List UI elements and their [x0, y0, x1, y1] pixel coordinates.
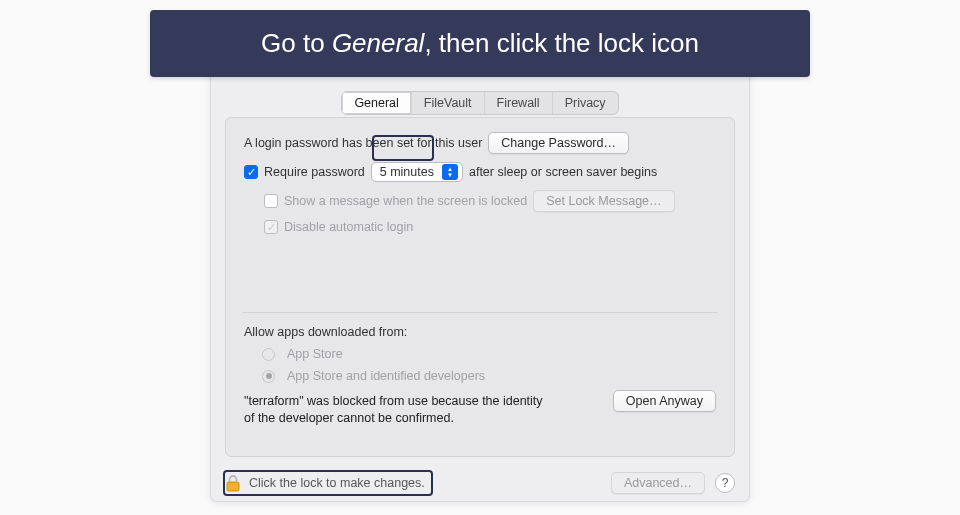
allow-option-identified: App Store and identified developers: [262, 369, 716, 383]
radio-identified: [262, 370, 275, 383]
allow-apps-title: Allow apps downloaded from:: [244, 325, 716, 339]
disable-auto-login-label: Disable automatic login: [284, 220, 413, 234]
lock-text: Click the lock to make changes.: [249, 476, 425, 490]
disable-auto-login-checkbox: ✓: [264, 220, 278, 234]
require-password-delay-value: 5 minutes: [380, 165, 434, 179]
require-password-label-post: after sleep or screen saver begins: [469, 165, 657, 179]
instruction-banner: Go to General, then click the lock icon: [150, 10, 810, 77]
tab-filevault[interactable]: FileVault: [412, 92, 485, 114]
require-password-checkbox[interactable]: ✓: [244, 165, 258, 179]
panel-divider: [242, 312, 718, 313]
lock-button[interactable]: Click the lock to make changes.: [225, 474, 425, 492]
change-password-button[interactable]: Change Password…: [488, 132, 629, 154]
require-password-row: ✓ Require password 5 minutes ▲▼ after sl…: [244, 162, 716, 182]
lock-message-checkbox: [264, 194, 278, 208]
login-password-text: A login password has been set for this u…: [244, 136, 482, 150]
tab-segmented-control: General FileVault Firewall Privacy: [341, 91, 618, 115]
lock-icon: [225, 474, 241, 492]
updown-arrows-icon: ▲▼: [442, 164, 458, 180]
login-password-row: A login password has been set for this u…: [244, 132, 716, 154]
general-panel: A login password has been set for this u…: [225, 117, 735, 457]
lock-message-row: Show a message when the screen is locked…: [264, 190, 716, 212]
require-password-label-pre: Require password: [264, 165, 365, 179]
blocked-app-message: "terraform" was blocked from use because…: [244, 393, 554, 427]
banner-prefix: Go to: [261, 28, 332, 58]
open-anyway-button[interactable]: Open Anyway: [613, 390, 716, 412]
disable-auto-login-row: ✓ Disable automatic login: [264, 220, 716, 234]
require-password-delay-select[interactable]: 5 minutes ▲▼: [371, 162, 463, 182]
window-footer: Click the lock to make changes. Advanced…: [211, 465, 749, 501]
tab-firewall[interactable]: Firewall: [485, 92, 553, 114]
tab-general[interactable]: General: [342, 92, 411, 114]
help-button[interactable]: ?: [715, 473, 735, 493]
tab-privacy[interactable]: Privacy: [553, 92, 618, 114]
radio-appstore: [262, 348, 275, 361]
radio-identified-label: App Store and identified developers: [287, 369, 485, 383]
radio-appstore-label: App Store: [287, 347, 343, 361]
banner-suffix: , then click the lock icon: [424, 28, 699, 58]
svg-rect-0: [227, 482, 239, 491]
advanced-button[interactable]: Advanced…: [611, 472, 705, 494]
preferences-window: General FileVault Firewall Privacy A log…: [210, 48, 750, 502]
set-lock-message-button: Set Lock Message…: [533, 190, 674, 212]
banner-emphasis: General: [332, 28, 425, 58]
allow-option-appstore: App Store: [262, 347, 716, 361]
lock-message-label: Show a message when the screen is locked: [284, 194, 527, 208]
